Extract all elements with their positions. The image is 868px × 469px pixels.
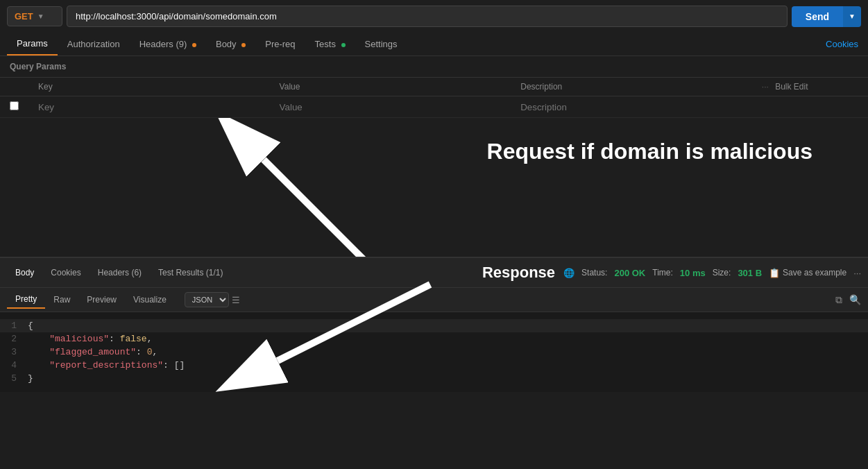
table-row — [0, 96, 868, 118]
resp-body-tab-raw[interactable]: Raw — [45, 291, 78, 308]
tab-tests[interactable]: Tests — [305, 33, 355, 55]
resp-tab-test-results[interactable]: Test Results (1/1) — [150, 265, 231, 280]
bulk-edit-cell: ··· Bulk Edit — [752, 78, 868, 96]
request-tabs: Params Authorization Headers (9) Body Pr… — [0, 33, 868, 56]
code-line-5: 5 } — [0, 372, 868, 385]
globe-icon: 🌐 — [563, 268, 575, 278]
response-tabs: Body Cookies Headers (6) Test Results (1… — [7, 265, 467, 280]
filter-icon[interactable]: ☰ — [232, 295, 240, 305]
send-button[interactable]: Send — [792, 6, 843, 27]
request-arrow-icon — [0, 118, 416, 257]
key-input[interactable] — [38, 102, 260, 112]
more-options-button[interactable]: ··· — [853, 268, 861, 278]
query-params-label: Query Params — [0, 56, 868, 77]
url-input[interactable] — [67, 6, 788, 27]
send-dropdown-button[interactable]: ▼ — [843, 6, 861, 27]
response-label: Response — [482, 264, 555, 282]
send-button-group: Send ▼ — [792, 6, 861, 27]
params-table: Key Value Description ··· Bulk Edit — [0, 77, 868, 118]
time-label: Time: — [652, 268, 673, 278]
format-dropdown[interactable]: JSON — [185, 292, 229, 307]
url-bar: GET ▼ Send ▼ — [0, 0, 868, 33]
code-key-reports: "report_descriptions" — [49, 360, 163, 370]
chevron-down-icon: ▼ — [37, 12, 44, 20]
copy-icon[interactable]: ⧉ — [835, 294, 842, 306]
col-dots-icon: ··· — [762, 82, 769, 92]
code-key-flagged: "flagged_amount" — [49, 347, 136, 357]
response-body-actions: ⧉ 🔍 — [835, 294, 861, 306]
code-line-3: 3 "flagged_amount": 0, — [0, 346, 868, 359]
code-content-1: { — [28, 321, 33, 331]
response-code-block: 1 { 2 "malicious": false, 3 "flagged_amo… — [0, 312, 868, 392]
format-selector: JSON ☰ — [180, 292, 240, 307]
svg-line-1 — [264, 160, 382, 257]
col-description: Description — [511, 78, 752, 96]
size-value: 301 B — [738, 268, 762, 278]
tab-prerequest[interactable]: Pre-req — [255, 33, 305, 55]
tab-authorization[interactable]: Authorization — [58, 33, 130, 55]
response-header-bar: Body Cookies Headers (6) Test Results (1… — [0, 257, 868, 288]
headers-dot — [192, 43, 196, 47]
save-example-button[interactable]: 📋 Save as example — [769, 268, 846, 278]
col-value: Value — [270, 78, 511, 96]
code-line-2: 2 "malicious": false, — [0, 332, 868, 346]
code-val-malicious: false — [120, 334, 147, 344]
tab-headers[interactable]: Headers (9) — [130, 33, 206, 55]
tab-settings[interactable]: Settings — [355, 33, 407, 55]
annotation-request: Request if domain is malicious — [0, 118, 868, 257]
resp-body-tab-pretty[interactable]: Pretty — [7, 291, 45, 309]
code-line-1: 1 { — [0, 319, 868, 332]
code-val-flagged: 0 — [147, 347, 153, 357]
value-input[interactable] — [280, 102, 502, 112]
resp-tab-body[interactable]: Body — [7, 265, 42, 280]
annotation-request-text: Request if domain is malicious — [487, 139, 812, 164]
size-label: Size: — [713, 268, 731, 278]
bulk-edit-button[interactable]: Bulk Edit — [775, 82, 808, 92]
status-label: Status: — [581, 268, 607, 278]
tests-dot — [341, 43, 346, 47]
time-value: 10 ms — [680, 268, 706, 278]
status-info: 🌐 Status: 200 OK Time: 10 ms Size: 301 B… — [563, 268, 861, 278]
desc-input[interactable] — [520, 102, 742, 112]
code-content-5: } — [28, 373, 33, 384]
status-code: 200 OK — [614, 268, 645, 278]
method-label: GET — [15, 11, 33, 22]
method-dropdown[interactable]: GET ▼ — [7, 6, 62, 26]
tab-body[interactable]: Body — [206, 33, 255, 55]
search-icon[interactable]: 🔍 — [849, 294, 861, 305]
response-body-tabs: Pretty Raw Preview Visualize JSON ☰ ⧉ 🔍 — [0, 288, 868, 312]
col-key: Key — [28, 78, 270, 96]
save-icon: 📋 — [769, 268, 780, 278]
code-line-4: 4 "report_descriptions": [] — [0, 359, 868, 372]
cookies-link[interactable]: Cookies — [823, 33, 861, 55]
tab-params[interactable]: Params — [7, 33, 58, 56]
resp-tab-headers[interactable]: Headers (6) — [90, 265, 150, 280]
resp-body-tab-preview[interactable]: Preview — [78, 291, 125, 308]
response-section: Body Cookies Headers (6) Test Results (1… — [0, 257, 868, 392]
resp-body-tab-visualize[interactable]: Visualize — [125, 291, 175, 308]
code-val-reports: [] — [174, 360, 185, 370]
code-key-malicious: "malicious" — [49, 334, 109, 344]
resp-tab-cookies[interactable]: Cookies — [42, 265, 89, 280]
body-dot — [241, 43, 246, 47]
row-checkbox[interactable] — [10, 101, 19, 110]
